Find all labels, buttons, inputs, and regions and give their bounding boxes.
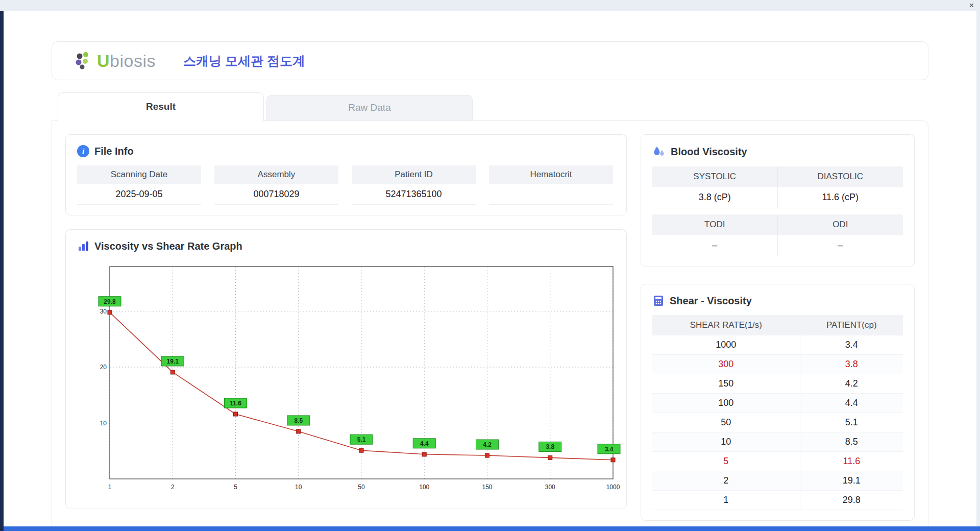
shear-viscosity-table: SHEAR RATE(1/s)PATIENT(cp)10003.43003.81… (652, 315, 903, 510)
blood-viscosity-group: TODIODI–– (652, 214, 903, 256)
sv-shear-rate: 150 (652, 374, 800, 394)
droplet-icon (652, 145, 666, 158)
field-value (489, 184, 613, 205)
svg-text:50: 50 (358, 484, 365, 491)
bv-metric-label: SYSTOLIC (652, 166, 778, 187)
file-info-card: i File Info Scanning Date2025-09-05Assem… (65, 134, 627, 215)
sv-shear-rate: 2 (652, 471, 800, 491)
svg-text:150: 150 (482, 484, 492, 491)
sv-shear-rate: 1 (652, 491, 800, 510)
ubiosis-logo: Ubiosis (74, 51, 156, 71)
left-column: i File Info Scanning Date2025-09-05Assem… (65, 134, 627, 521)
file-info-header: i File Info (77, 145, 615, 157)
sv-table-row: 3003.8 (652, 355, 903, 374)
bv-metric-value: – (778, 235, 903, 256)
sv-table-row: 219.1 (652, 471, 903, 491)
svg-text:5: 5 (234, 484, 237, 491)
svg-text:30: 30 (100, 308, 107, 315)
bv-metric-label: ODI (778, 214, 903, 235)
bar-chart-icon (77, 240, 89, 252)
sv-shear-rate: 300 (652, 355, 800, 374)
svg-text:4.2: 4.2 (483, 441, 492, 448)
sv-patient-value: 5.1 (800, 413, 903, 432)
tab-bar: Result Raw Data (52, 92, 928, 120)
graph-header: Viscosity vs Shear Rate Graph (77, 240, 615, 252)
svg-text:1: 1 (108, 484, 112, 491)
file-info-title: File Info (94, 146, 134, 157)
sv-table-row: 1504.2 (652, 374, 903, 394)
grape-cluster-icon (74, 51, 95, 71)
sv-column-header: SHEAR RATE(1/s) (652, 315, 800, 335)
sv-shear-rate: 10 (652, 432, 800, 452)
info-icon: i (77, 145, 89, 157)
close-icon[interactable]: × (969, 1, 974, 10)
bv-metric-label: DIASTOLIC (778, 166, 903, 187)
field-value: 2025-09-05 (77, 184, 201, 205)
svg-text:11.6: 11.6 (230, 400, 241, 407)
sv-column-header: PATIENT(cp) (800, 315, 903, 335)
bv-metric-label: TODI (652, 214, 778, 235)
right-column: Blood Viscosity SYSTOLICDIASTOLIC3.8 (cP… (641, 134, 915, 521)
sv-shear-rate: 50 (652, 413, 800, 432)
sv-patient-value: 4.2 (800, 374, 903, 394)
svg-text:4.4: 4.4 (420, 440, 429, 447)
svg-text:300: 300 (545, 484, 555, 491)
svg-text:1000: 1000 (606, 484, 620, 491)
sv-shear-rate: 1000 (652, 335, 800, 355)
file-info-field: Hematocrit (489, 165, 613, 205)
field-label: Hematocrit (489, 165, 613, 184)
bv-metric-value: – (652, 235, 778, 256)
sv-patient-value: 11.6 (800, 452, 903, 471)
field-label: Patient ID (352, 165, 476, 184)
svg-text:2: 2 (171, 484, 175, 491)
svg-text:100: 100 (419, 484, 429, 491)
bv-metric-value: 3.8 (cP) (652, 187, 778, 208)
svg-text:5.1: 5.1 (357, 436, 366, 443)
sv-patient-value: 3.4 (800, 335, 903, 355)
blood-viscosity-card: Blood Viscosity SYSTOLICDIASTOLIC3.8 (cP… (641, 134, 915, 267)
svg-text:3.8: 3.8 (546, 443, 554, 450)
desktop-left-edge (0, 10, 4, 531)
blood-viscosity-grid: SYSTOLICDIASTOLIC3.8 (cP)11.6 (cP)TODIOD… (652, 166, 903, 256)
sv-patient-value: 8.5 (800, 432, 903, 452)
bv-metric-value: 11.6 (cP) (778, 187, 903, 208)
viscosity-chart: 10203029.819.111.68.55.14.44.23.83.41251… (90, 260, 615, 498)
svg-text:10: 10 (100, 420, 107, 427)
sv-patient-value: 4.4 (800, 394, 903, 413)
file-info-field: Patient ID52471365100 (352, 165, 476, 205)
svg-text:8.5: 8.5 (294, 417, 303, 424)
shear-viscosity-header: Shear - Viscosity (652, 295, 903, 307)
tab-raw-data[interactable]: Raw Data (266, 95, 473, 120)
blood-viscosity-title: Blood Viscosity (671, 146, 747, 158)
blood-viscosity-group: SYSTOLICDIASTOLIC3.8 (cP)11.6 (cP) (652, 166, 903, 208)
viscosity-chart-svg: 10203029.819.111.68.55.14.44.23.83.41251… (90, 260, 621, 496)
blood-viscosity-header: Blood Viscosity (652, 145, 903, 158)
file-info-field: Scanning Date2025-09-05 (77, 165, 201, 205)
shear-viscosity-title: Shear - Viscosity (670, 295, 752, 307)
sv-patient-value: 29.8 (800, 491, 903, 510)
sv-patient-value: 3.8 (800, 355, 903, 374)
content-card: i File Info Scanning Date2025-09-05Assem… (52, 120, 928, 531)
logo-text: Ubiosis (97, 51, 156, 71)
sv-table-row: 511.6 (652, 452, 903, 471)
sv-shear-rate: 5 (652, 452, 800, 471)
shear-viscosity-card: Shear - Viscosity SHEAR RATE(1/s)PATIENT… (641, 284, 915, 521)
sv-table-row: 505.1 (652, 413, 903, 432)
graph-title: Viscosity vs Shear Rate Graph (94, 240, 242, 252)
field-label: Assembly (214, 165, 338, 184)
table-icon (652, 295, 665, 307)
app-window: Ubiosis 스캐닝 모세관 점도계 Result Raw Data i Fi… (4, 11, 976, 526)
graph-card: Viscosity vs Shear Rate Graph 10203029.8… (65, 229, 627, 509)
field-value: 000718029 (214, 184, 338, 205)
tab-result[interactable]: Result (58, 92, 264, 121)
field-value: 52471365100 (352, 184, 476, 205)
window-titlebar: × (0, 0, 980, 11)
app-content: Ubiosis 스캐닝 모세관 점도계 Result Raw Data i Fi… (52, 11, 928, 531)
file-info-field: Assembly000718029 (214, 165, 338, 205)
svg-text:3.4: 3.4 (605, 446, 614, 453)
sv-patient-value: 19.1 (800, 471, 903, 491)
taskbar-edge (0, 526, 980, 531)
sv-table-row: 10003.4 (652, 335, 903, 355)
sv-table-row: 129.8 (652, 491, 903, 510)
sv-table-row: 1004.4 (652, 394, 903, 413)
